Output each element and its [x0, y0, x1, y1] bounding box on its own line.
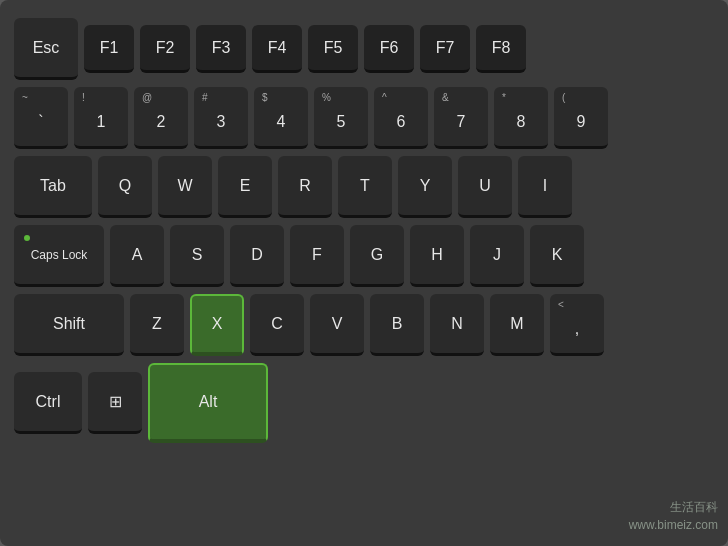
key-i[interactable]: I	[518, 156, 572, 218]
bottom-row: Ctrl ⊞ Alt	[14, 363, 714, 443]
key-k[interactable]: K	[530, 225, 584, 287]
caps-lock-indicator	[24, 235, 30, 241]
key-9[interactable]: ( 9	[554, 87, 608, 149]
key-comma[interactable]: < ,	[550, 294, 604, 356]
key-6[interactable]: ^ 6	[374, 87, 428, 149]
key-2[interactable]: @ 2	[134, 87, 188, 149]
key-8[interactable]: * 8	[494, 87, 548, 149]
zxcv-row: Shift Z X C V B N M < ,	[14, 294, 714, 356]
key-t[interactable]: T	[338, 156, 392, 218]
qwerty-row: Tab Q W E R T Y U I	[14, 156, 714, 218]
key-v[interactable]: V	[310, 294, 364, 356]
key-1[interactable]: ! 1	[74, 87, 128, 149]
key-y[interactable]: Y	[398, 156, 452, 218]
key-z[interactable]: Z	[130, 294, 184, 356]
watermark: 生活百科 www.bimeiz.com	[629, 498, 718, 534]
key-4[interactable]: $ 4	[254, 87, 308, 149]
key-tab[interactable]: Tab	[14, 156, 92, 218]
key-f2[interactable]: F2	[140, 25, 190, 73]
key-m[interactable]: M	[490, 294, 544, 356]
key-f[interactable]: F	[290, 225, 344, 287]
key-a[interactable]: A	[110, 225, 164, 287]
key-e[interactable]: E	[218, 156, 272, 218]
key-b[interactable]: B	[370, 294, 424, 356]
key-x[interactable]: X	[190, 294, 244, 356]
key-g[interactable]: G	[350, 225, 404, 287]
key-win[interactable]: ⊞	[88, 372, 142, 434]
keyboard: Esc F1 F2 F3 F4 F5 F6 F7 F8 ~ `	[0, 0, 728, 546]
key-j[interactable]: J	[470, 225, 524, 287]
key-5[interactable]: % 5	[314, 87, 368, 149]
windows-icon: ⊞	[109, 392, 122, 411]
key-f1[interactable]: F1	[84, 25, 134, 73]
key-f3[interactable]: F3	[196, 25, 246, 73]
key-c[interactable]: C	[250, 294, 304, 356]
key-r[interactable]: R	[278, 156, 332, 218]
key-7[interactable]: & 7	[434, 87, 488, 149]
key-f6[interactable]: F6	[364, 25, 414, 73]
key-alt[interactable]: Alt	[148, 363, 268, 443]
key-caps-lock[interactable]: Caps Lock	[14, 225, 104, 287]
watermark-line1: 生活百科	[629, 498, 718, 516]
key-d[interactable]: D	[230, 225, 284, 287]
key-w[interactable]: W	[158, 156, 212, 218]
key-f4[interactable]: F4	[252, 25, 302, 73]
key-u[interactable]: U	[458, 156, 512, 218]
key-f7[interactable]: F7	[420, 25, 470, 73]
key-ctrl[interactable]: Ctrl	[14, 372, 82, 434]
key-esc[interactable]: Esc	[14, 18, 78, 80]
key-tilde[interactable]: ~ `	[14, 87, 68, 149]
key-shift[interactable]: Shift	[14, 294, 124, 356]
number-row: ~ ` ! 1 @ 2 # 3 $ 4 % 5 ^ 6 & 7	[14, 87, 714, 149]
asdf-row: Caps Lock A S D F G H J K	[14, 225, 714, 287]
key-f5[interactable]: F5	[308, 25, 358, 73]
key-q[interactable]: Q	[98, 156, 152, 218]
key-3[interactable]: # 3	[194, 87, 248, 149]
key-f8[interactable]: F8	[476, 25, 526, 73]
watermark-line2: www.bimeiz.com	[629, 516, 718, 534]
fn-row: Esc F1 F2 F3 F4 F5 F6 F7 F8	[14, 18, 714, 80]
key-s[interactable]: S	[170, 225, 224, 287]
key-h[interactable]: H	[410, 225, 464, 287]
key-n[interactable]: N	[430, 294, 484, 356]
